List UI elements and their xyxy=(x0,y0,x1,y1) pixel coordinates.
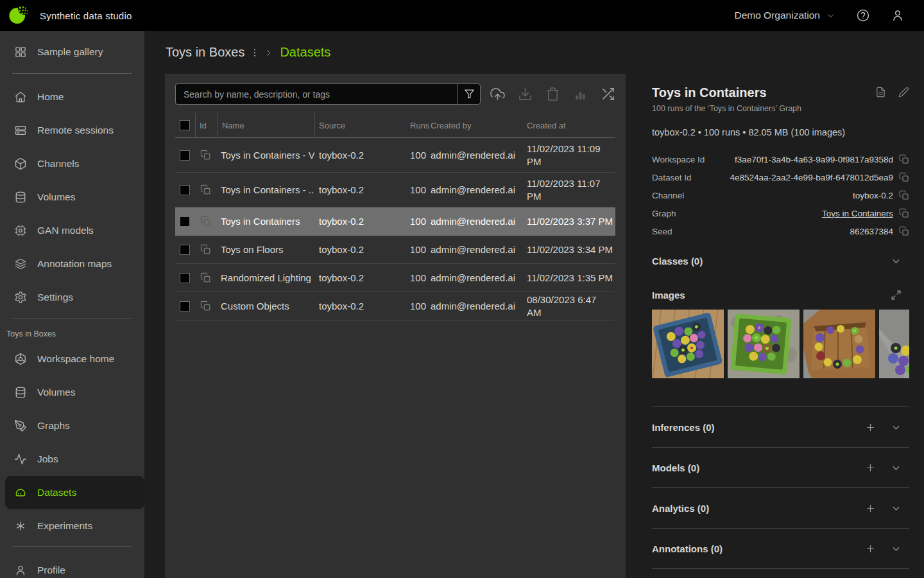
add-annotation-icon[interactable] xyxy=(865,543,876,554)
sidebar-item-label: Settings xyxy=(37,292,73,303)
table-row[interactable]: Custom Objects toybox-0.2 100 admin@rend… xyxy=(175,292,615,320)
row-checkbox[interactable] xyxy=(180,185,190,195)
chevron-down-icon[interactable] xyxy=(891,422,902,433)
row-checkbox[interactable] xyxy=(180,301,190,311)
chevron-down-icon[interactable] xyxy=(891,543,902,554)
edit-dataset-icon[interactable] xyxy=(898,87,909,98)
copy-icon[interactable] xyxy=(899,154,909,164)
dataset-created-by: admin@rendered.ai xyxy=(429,244,526,255)
annotations-section-header[interactable]: Annotations (0) xyxy=(652,528,909,568)
sidebar-item-gan-models[interactable]: GAN models xyxy=(0,214,144,247)
dataset-image-thumbnail[interactable] xyxy=(803,310,875,378)
sidebar-item-jobs[interactable]: Jobs xyxy=(0,442,144,476)
chevron-down-icon[interactable] xyxy=(891,462,902,473)
help-icon[interactable] xyxy=(856,8,870,22)
copy-id-icon[interactable] xyxy=(200,301,211,311)
database-icon xyxy=(14,386,27,399)
copy-icon[interactable] xyxy=(899,172,909,182)
models-label: Models (0) xyxy=(652,462,699,473)
database-icon xyxy=(14,191,27,204)
sidebar-item-settings[interactable]: Settings xyxy=(0,281,144,314)
sidebar-item-label: Datasets xyxy=(37,487,76,498)
sidebar-item-datasets[interactable]: Datasets xyxy=(5,476,144,509)
filter-button[interactable] xyxy=(458,83,481,105)
select-all-checkbox[interactable] xyxy=(180,120,190,130)
row-checkbox[interactable] xyxy=(180,216,190,227)
images-label: Images xyxy=(652,290,685,301)
dataset-source: toybox-0.2 xyxy=(314,301,410,311)
add-model-icon[interactable] xyxy=(865,462,876,473)
search-input[interactable] xyxy=(175,83,458,105)
compare-datasets-button[interactable] xyxy=(601,87,615,101)
analytics-button[interactable] xyxy=(573,87,588,101)
sidebar-item-workspace-volumes[interactable]: Volumes xyxy=(0,376,144,409)
table-row[interactable]: Toys on Floors toybox-0.2 100 admin@rend… xyxy=(175,236,615,264)
organization-selector[interactable]: Demo Organization xyxy=(734,10,835,21)
sidebar-item-workspace-home[interactable]: Workspace home xyxy=(0,342,144,376)
table-row[interactable]: Toys in Containers - V... toybox-0.2 100… xyxy=(175,138,615,173)
breadcrumb-workspace[interactable]: Toys in Boxes xyxy=(166,45,244,60)
copy-icon[interactable] xyxy=(899,226,909,236)
copy-id-icon[interactable] xyxy=(200,272,211,283)
chevron-down-icon[interactable] xyxy=(891,256,902,267)
dataset-image-thumbnail[interactable] xyxy=(652,310,724,378)
dataset-name: Toys in Containers xyxy=(218,216,314,227)
graph-link[interactable]: Toys in Containers xyxy=(822,209,893,218)
dataset-log-icon[interactable] xyxy=(875,87,886,98)
row-checkbox[interactable] xyxy=(180,273,190,283)
rendered-ai-logo-icon xyxy=(8,3,32,28)
column-header-created-by[interactable]: Created by xyxy=(429,113,526,137)
analytics-label: Analytics (0) xyxy=(652,503,709,514)
column-header-runs[interactable]: Runs xyxy=(410,113,429,137)
workspace-id-value: f3ae70f1-3a4b-4a63-9a99-0f9817a9358d xyxy=(735,155,893,164)
column-header-created-at[interactable]: Created at xyxy=(526,113,613,137)
breadcrumb: Toys in Boxes Datasets xyxy=(166,42,330,62)
row-checkbox[interactable] xyxy=(180,245,190,255)
sidebar-item-sample-gallery[interactable]: Sample gallery xyxy=(0,31,144,73)
copy-id-icon[interactable] xyxy=(200,184,211,195)
table-row[interactable]: Toys in Containers - ... toybox-0.2 100 … xyxy=(175,173,615,207)
kebab-menu-icon[interactable] xyxy=(250,48,260,58)
sidebar-item-annotation-maps[interactable]: Annotation maps xyxy=(0,247,144,281)
dataset-created-by: admin@rendered.ai xyxy=(429,216,526,227)
copy-icon[interactable] xyxy=(899,190,909,200)
hexagon-icon xyxy=(14,353,27,365)
dataset-name: Toys in Containers - V... xyxy=(218,150,314,161)
sidebar-item-experiments[interactable]: Experiments xyxy=(0,509,144,543)
sidebar-item-home[interactable]: Home xyxy=(0,80,144,114)
expand-icon[interactable] xyxy=(891,290,902,301)
classes-section-header[interactable]: Classes (0) xyxy=(652,256,909,267)
dataset-image-thumbnail[interactable] xyxy=(728,310,800,378)
sidebar-item-volumes[interactable]: Volumes xyxy=(0,180,144,214)
inferences-section-header[interactable]: Inferences (0) xyxy=(652,407,909,447)
sidebar-item-remote-sessions[interactable]: Remote sessions xyxy=(0,114,144,147)
dataset-source: toybox-0.2 xyxy=(314,244,410,255)
chip-icon xyxy=(14,224,27,237)
chevron-down-icon xyxy=(826,11,835,21)
sidebar-item-channels[interactable]: Channels xyxy=(0,147,144,180)
add-analytics-icon[interactable] xyxy=(865,503,876,514)
column-header-name[interactable]: Name xyxy=(218,113,314,137)
upload-dataset-button[interactable] xyxy=(490,87,505,101)
download-dataset-button[interactable] xyxy=(518,87,533,101)
row-checkbox[interactable] xyxy=(180,150,190,161)
copy-id-icon[interactable] xyxy=(200,216,211,227)
column-header-source[interactable]: Source xyxy=(314,113,410,137)
models-section-header[interactable]: Models (0) xyxy=(652,447,909,487)
image-thumbnails xyxy=(652,310,909,378)
add-inference-icon[interactable] xyxy=(865,422,876,433)
analytics-section-header[interactable]: Analytics (0) xyxy=(652,487,909,528)
sidebar-item-graphs[interactable]: Graphs xyxy=(0,409,144,442)
delete-dataset-button[interactable] xyxy=(545,87,560,101)
table-row-selected[interactable]: Toys in Containers toybox-0.2 100 admin@… xyxy=(175,207,615,236)
copy-id-icon[interactable] xyxy=(200,150,211,161)
cube-icon xyxy=(14,157,27,170)
copy-id-icon[interactable] xyxy=(200,244,211,255)
dataset-image-thumbnail[interactable] xyxy=(879,310,909,378)
chevron-down-icon[interactable] xyxy=(891,503,902,514)
copy-icon[interactable] xyxy=(899,208,909,218)
table-row[interactable]: Randomized Lighting toybox-0.2 100 admin… xyxy=(175,264,615,292)
sidebar-item-profile[interactable]: Profile xyxy=(0,554,144,578)
column-header-id[interactable]: Id xyxy=(195,113,218,137)
user-account-icon[interactable] xyxy=(891,8,905,22)
